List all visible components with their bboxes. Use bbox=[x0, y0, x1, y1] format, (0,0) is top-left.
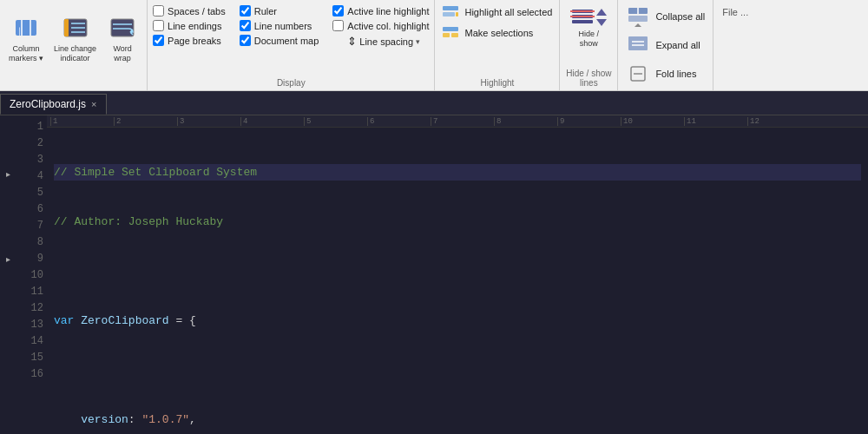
page-breaks-input[interactable] bbox=[153, 35, 164, 46]
line-num-9: 9 bbox=[16, 251, 43, 267]
column-markers-icon: │ bbox=[12, 16, 40, 43]
line-num-3: 3 bbox=[16, 152, 43, 168]
tab-filename: ZeroClipboard.js bbox=[10, 98, 86, 110]
make-selections-label: Make selections bbox=[464, 28, 533, 38]
line-numbers-checkbox[interactable]: Line numbers bbox=[240, 20, 319, 31]
fold-marker-5[interactable] bbox=[3, 180, 13, 192]
fold-marker-2[interactable] bbox=[3, 143, 13, 155]
fold-gutter: ▸ ▸ bbox=[0, 115, 16, 434]
line-num-14: 14 bbox=[16, 333, 43, 350]
ruler-11: 11 bbox=[684, 117, 747, 126]
word-wrap-button[interactable]: Wordwrap bbox=[103, 13, 141, 66]
line-change-indicator-label: Line changeindicator bbox=[54, 44, 96, 63]
fold-marker-3[interactable] bbox=[3, 155, 13, 168]
display-col3: Active line highlight Active col. highli… bbox=[332, 5, 429, 75]
tab-close-button[interactable]: × bbox=[90, 99, 97, 109]
line-num-8: 8 bbox=[16, 234, 43, 251]
ruler-12: 12 bbox=[747, 117, 811, 126]
active-line-highlight-input[interactable] bbox=[332, 5, 344, 16]
line-num-10: 10 bbox=[16, 267, 43, 284]
fold-marker-6[interactable] bbox=[3, 192, 13, 204]
code-line-1: // Simple Set Clipboard System bbox=[54, 164, 861, 181]
svg-marker-28 bbox=[635, 23, 641, 27]
code-content[interactable]: // Simple Set Clipboard System // Author… bbox=[47, 128, 868, 434]
word-wrap-icon bbox=[108, 16, 136, 43]
document-map-checkbox[interactable]: Document map bbox=[240, 35, 319, 46]
line-spacing-arrow: ▾ bbox=[416, 37, 420, 46]
column-markers-button[interactable]: │ Columnmarkers ▾ bbox=[5, 13, 47, 66]
ruler-10: 10 bbox=[621, 117, 684, 126]
ruler-bar: 1 2 3 4 5 6 7 8 9 10 11 12 bbox=[47, 115, 868, 128]
fold-marker-8[interactable] bbox=[3, 216, 13, 228]
active-line-highlight-label: Active line highlight bbox=[347, 6, 429, 16]
display-col2: Ruler Line numbers Document map bbox=[240, 5, 319, 75]
line-num-6: 6 bbox=[16, 201, 43, 218]
ruler-9: 9 bbox=[557, 117, 621, 126]
svg-rect-20 bbox=[572, 20, 593, 23]
collapse-all-row[interactable]: Collapse all bbox=[623, 3, 707, 30]
svg-marker-23 bbox=[596, 9, 607, 16]
display-col1: Spaces / tabs Line endings Page breaks bbox=[153, 5, 226, 75]
line-num-11: 11 bbox=[16, 284, 43, 300]
fold-marker-9[interactable] bbox=[3, 228, 13, 240]
line-num-4: 4 bbox=[16, 168, 43, 185]
toolbar-group-view-icons: │ Columnmarkers ▾ Line changeindicator bbox=[0, 0, 148, 90]
highlight-all-selected-label: Highlight all selected bbox=[464, 7, 552, 17]
line-num-15: 15 bbox=[16, 350, 43, 366]
fold-lines-icon bbox=[626, 62, 650, 86]
svg-rect-5 bbox=[64, 19, 69, 36]
active-line-highlight-checkbox[interactable]: Active line highlight bbox=[332, 5, 429, 16]
hide-show-button[interactable]: Hide /show bbox=[565, 3, 612, 50]
line-spacing-row: ⇕ Line spacing ▾ bbox=[332, 35, 429, 48]
ruler-checkbox[interactable]: Ruler bbox=[240, 5, 319, 16]
fold-marker-4[interactable]: ▸ bbox=[3, 168, 13, 180]
line-num-1: 1 bbox=[16, 119, 43, 135]
code-area[interactable]: 1 2 3 4 5 6 7 8 9 10 11 12 // Simple Set… bbox=[47, 115, 868, 434]
spaces-tabs-checkbox[interactable]: Spaces / tabs bbox=[153, 5, 226, 16]
line-num-13: 13 bbox=[16, 317, 43, 333]
active-col-highlight-checkbox[interactable]: Active col. highlight bbox=[332, 20, 429, 31]
ruler-7: 7 bbox=[431, 117, 494, 126]
line-change-icon bbox=[62, 16, 89, 43]
line-endings-checkbox[interactable]: Line endings bbox=[153, 20, 226, 31]
fold-marker-1[interactable] bbox=[3, 131, 13, 143]
page-breaks-checkbox[interactable]: Page breaks bbox=[153, 35, 226, 46]
ruler-3: 3 bbox=[177, 117, 240, 126]
ruler-input[interactable] bbox=[240, 5, 251, 16]
line-numbers-input[interactable] bbox=[240, 20, 251, 31]
toolbar: │ Columnmarkers ▾ Line changeindicator bbox=[0, 0, 868, 91]
ruler-8: 8 bbox=[494, 117, 557, 126]
ruler-2: 2 bbox=[114, 117, 177, 126]
expand-fold-group: Collapse all Expand all Fold lines bbox=[618, 0, 713, 90]
make-selections-item[interactable]: Make selections bbox=[442, 24, 552, 42]
line-numbers-label: Line numbers bbox=[254, 21, 312, 31]
fold-marker-11[interactable]: ▸ bbox=[3, 253, 13, 265]
highlight-all-selected-item[interactable]: Highlight all selected bbox=[442, 3, 552, 21]
fold-lines-row[interactable]: Fold lines bbox=[623, 61, 707, 87]
line-num-2: 2 bbox=[16, 135, 43, 152]
fold-marker-7[interactable] bbox=[3, 204, 13, 216]
tab-zeroclipboard[interactable]: ZeroClipboard.js × bbox=[0, 94, 107, 115]
line-spacing-dropdown[interactable]: ⇕ Line spacing ▾ bbox=[347, 35, 420, 48]
svg-rect-15 bbox=[443, 27, 458, 31]
spaces-tabs-label: Spaces / tabs bbox=[168, 6, 226, 16]
editor-container: ▸ ▸ 1 2 3 4 5 6 7 8 9 10 11 12 13 14 15 … bbox=[0, 115, 868, 434]
file-placeholder: File ... bbox=[719, 3, 752, 21]
code-line-3 bbox=[54, 263, 861, 279]
file-group: File ... bbox=[713, 0, 757, 90]
ruler-6: 6 bbox=[367, 117, 431, 126]
fold-lines-label: Fold lines bbox=[655, 69, 696, 79]
svg-rect-12 bbox=[443, 6, 458, 10]
collapse-all-icon bbox=[626, 4, 650, 29]
expand-all-row[interactable]: Expand all bbox=[623, 32, 707, 58]
spaces-tabs-input[interactable] bbox=[153, 5, 164, 16]
line-endings-input[interactable] bbox=[153, 20, 164, 31]
active-col-highlight-input[interactable] bbox=[332, 20, 344, 31]
hide-show-group: Hide /show Hide / show lines bbox=[560, 0, 618, 90]
document-map-input[interactable] bbox=[240, 35, 251, 46]
fold-marker-10[interactable] bbox=[3, 240, 13, 253]
line-change-indicator-button[interactable]: Line changeindicator bbox=[50, 13, 100, 66]
highlight-all-icon bbox=[442, 3, 459, 21]
svg-rect-16 bbox=[443, 33, 450, 37]
page-breaks-label: Page breaks bbox=[168, 36, 221, 46]
